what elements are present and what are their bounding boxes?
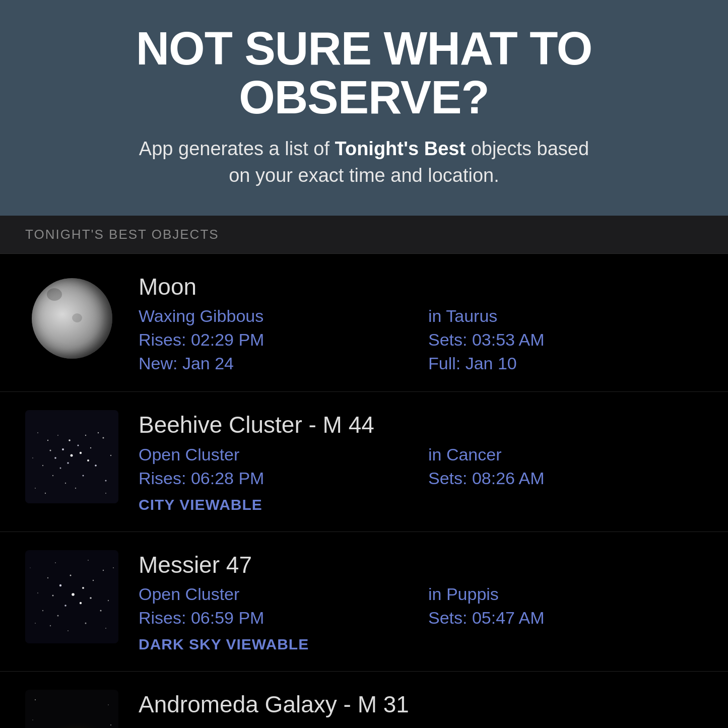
- beehive-stars-svg: [25, 410, 118, 503]
- object-type: Spiral Galaxy: [139, 724, 413, 728]
- svg-point-15: [103, 437, 104, 439]
- object-sets: Sets: 08:26 AM: [428, 469, 703, 488]
- object-sets: Sets: 05:47 AM: [428, 608, 703, 628]
- svg-point-27: [85, 435, 86, 436]
- svg-point-6: [54, 457, 56, 459]
- svg-point-52: [30, 567, 31, 568]
- object-rises: Rises: 06:28 PM: [139, 469, 413, 488]
- svg-point-42: [42, 610, 43, 611]
- object-info-andromeda: Andromeda Galaxy - M 31 Spiral Galaxy in…: [139, 690, 703, 728]
- svg-point-32: [59, 584, 61, 586]
- svg-point-25: [105, 493, 106, 494]
- svg-point-49: [68, 630, 69, 631]
- svg-point-17: [42, 465, 43, 466]
- subtitle-plain: App generates a list of: [139, 138, 335, 159]
- object-info-moon: Moon Waxing Gibbous in Taurus Rises: 02:…: [139, 272, 703, 374]
- svg-point-40: [47, 577, 48, 578]
- object-details-m47: Open Cluster in Puppis Rises: 06:59 PM S…: [139, 584, 703, 653]
- svg-point-26: [45, 493, 46, 494]
- svg-point-46: [70, 574, 72, 576]
- list-item[interactable]: Beehive Cluster - M 44 Open Cluster in C…: [0, 392, 728, 532]
- subtitle-bold: Tonight's Best: [335, 138, 466, 159]
- andromeda-thumbnail: [25, 690, 118, 728]
- header-section: NOT SURE WHAT TO OBSERVE? App generates …: [0, 0, 728, 216]
- svg-point-5: [78, 445, 79, 446]
- svg-point-55: [55, 562, 56, 563]
- object-extra2: Full: Jan 10: [428, 354, 703, 373]
- svg-point-24: [35, 488, 36, 489]
- object-name: Moon: [139, 274, 703, 300]
- svg-point-1: [71, 454, 73, 457]
- svg-point-48: [108, 600, 109, 601]
- object-type: Open Cluster: [139, 445, 413, 465]
- list-item[interactable]: Andromeda Galaxy - M 31 Spiral Galaxy in…: [0, 672, 728, 728]
- svg-rect-30: [25, 550, 118, 643]
- svg-point-50: [35, 623, 36, 624]
- header-subtitle: App generates a list of Tonight's Best o…: [25, 136, 703, 189]
- m47-image: [25, 550, 118, 643]
- svg-point-44: [50, 625, 51, 626]
- moon-thumbnail: [25, 272, 118, 365]
- svg-point-3: [80, 452, 82, 454]
- svg-point-31: [72, 593, 75, 596]
- object-list: Moon Waxing Gibbous in Taurus Rises: 02:…: [0, 254, 728, 728]
- object-constellation: in Puppis: [428, 584, 703, 604]
- svg-point-37: [90, 597, 92, 599]
- svg-point-53: [113, 567, 114, 568]
- svg-point-22: [110, 455, 111, 456]
- svg-point-54: [88, 560, 89, 561]
- svg-rect-0: [25, 410, 118, 503]
- object-extra1: New: Jan 24: [139, 354, 413, 373]
- andromeda-stars-svg: [25, 690, 118, 728]
- object-details-andromeda: Spiral Galaxy in Andromeda Rises: 09:00 …: [139, 724, 703, 728]
- svg-point-28: [57, 435, 58, 436]
- svg-point-51: [105, 628, 106, 629]
- svg-point-29: [32, 457, 33, 458]
- viewable-badge: DARK SKY VIEWABLE: [139, 636, 703, 653]
- beehive-image: [25, 410, 118, 503]
- svg-point-8: [60, 468, 61, 469]
- svg-point-36: [52, 594, 54, 596]
- svg-point-45: [103, 570, 104, 571]
- object-rises: Rises: 06:59 PM: [139, 608, 413, 628]
- svg-point-11: [95, 465, 97, 467]
- object-rises: Rises: 02:29 PM: [139, 330, 413, 350]
- object-details-beehive: Open Cluster in Cancer Rises: 06:28 PM S…: [139, 445, 703, 513]
- svg-point-43: [85, 622, 87, 624]
- svg-point-18: [105, 480, 107, 482]
- object-constellation: in Cancer: [428, 445, 703, 465]
- viewable-badge: CITY VIEWABLE: [139, 496, 703, 513]
- svg-point-10: [50, 450, 51, 451]
- svg-point-47: [37, 592, 38, 593]
- svg-point-61: [110, 724, 111, 725]
- svg-point-4: [67, 462, 69, 464]
- object-name: Andromeda Galaxy - M 31: [139, 692, 703, 717]
- svg-point-7: [87, 459, 89, 461]
- object-sets: Sets: 03:53 AM: [428, 330, 703, 350]
- list-item[interactable]: Moon Waxing Gibbous in Taurus Rises: 02:…: [0, 254, 728, 392]
- object-constellation: in Andromeda: [428, 724, 703, 728]
- svg-point-34: [64, 605, 67, 607]
- moon-image: [32, 278, 112, 359]
- svg-point-23: [75, 488, 76, 489]
- svg-point-19: [65, 483, 66, 484]
- object-details-moon: Waxing Gibbous in Taurus Rises: 02:29 PM…: [139, 306, 703, 373]
- svg-point-9: [90, 447, 91, 448]
- svg-point-20: [98, 432, 99, 433]
- svg-point-12: [52, 475, 53, 476]
- page-title: NOT SURE WHAT TO OBSERVE?: [25, 24, 703, 121]
- svg-point-14: [47, 440, 48, 441]
- svg-point-16: [69, 439, 71, 441]
- svg-point-41: [100, 610, 102, 611]
- object-type: Open Cluster: [139, 584, 413, 604]
- svg-point-39: [93, 580, 94, 581]
- list-item[interactable]: Messier 47 Open Cluster in Puppis Rises:…: [0, 532, 728, 672]
- svg-point-59: [35, 699, 36, 700]
- m47-stars-svg: [25, 550, 118, 643]
- svg-point-35: [80, 602, 82, 604]
- svg-point-2: [62, 448, 64, 450]
- object-name: Beehive Cluster - M 44: [139, 412, 703, 438]
- section-label: TONIGHT'S BEST OBJECTS: [0, 216, 728, 254]
- svg-point-62: [32, 720, 33, 721]
- object-info-beehive: Beehive Cluster - M 44 Open Cluster in C…: [139, 410, 703, 513]
